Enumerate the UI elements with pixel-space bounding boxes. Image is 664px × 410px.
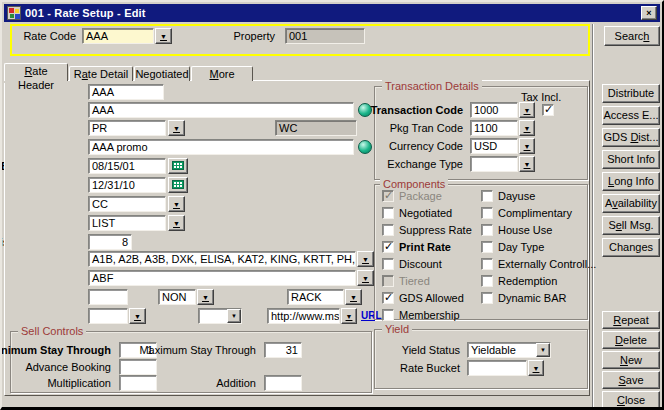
new-button[interactable]: New	[602, 351, 660, 369]
negotiated-checkbox[interactable]	[382, 207, 394, 219]
save-button[interactable]: Save	[602, 371, 660, 389]
rate-code-top-field[interactable]: AAA	[82, 28, 154, 44]
code-lov-button[interactable]: ▼	[197, 289, 214, 305]
source-lov-button[interactable]: ▼	[168, 215, 185, 231]
changes-button[interactable]: Changes	[602, 238, 660, 257]
addition-field[interactable]	[264, 375, 302, 391]
house-use-checkbox[interactable]	[481, 224, 493, 236]
pkg-tran-code-lov-button[interactable]: ▼	[519, 120, 535, 136]
room-types-lov-button[interactable]: ▼	[357, 251, 374, 267]
transaction-details-title: Transaction Details	[382, 80, 482, 92]
tab-rate-detail[interactable]: Rate Detail	[69, 66, 133, 81]
search-button[interactable]: Search	[604, 26, 660, 46]
begin-sell-date-field[interactable]: 08/15/01	[88, 158, 166, 174]
gds-distribution-button[interactable]: GDS Dist...	[602, 128, 660, 147]
distribute-button[interactable]: Distribute	[602, 84, 660, 103]
code-field[interactable]: NON	[158, 289, 196, 305]
repeat-button[interactable]: Repeat	[602, 311, 660, 329]
tab-rate-header[interactable]: Rate Header	[4, 63, 68, 81]
description-field[interactable]: AAA	[88, 102, 354, 118]
calendar-icon[interactable]	[168, 177, 188, 193]
membership-checkbox-label: Membership	[399, 309, 460, 322]
dayuse-checkbox[interactable]	[481, 190, 493, 202]
currency-code-label: Currency Code	[389, 140, 463, 153]
membership-checkbox[interactable]	[382, 309, 394, 321]
yield-group	[374, 329, 588, 389]
source-field[interactable]: LIST	[88, 215, 166, 231]
advance-booking-field[interactable]	[119, 359, 157, 375]
room-types-field[interactable]: A1B, A2B, A3B, DXK, ELISA, KAT2, KING, K…	[88, 251, 356, 267]
externally-controlled-checkbox[interactable]	[481, 258, 493, 270]
discount-checkbox[interactable]	[382, 258, 394, 270]
display-sequence-field[interactable]: 8	[88, 234, 132, 250]
market-lov-button[interactable]: ▼	[168, 196, 185, 212]
package-lov-button[interactable]: ▼	[357, 270, 374, 286]
rate-bucket-field[interactable]	[467, 360, 527, 376]
market-field[interactable]: CC	[88, 196, 166, 212]
addition-label: Addition	[216, 377, 256, 390]
end-sell-date-field[interactable]: 12/31/10	[88, 177, 166, 193]
redemption-checkbox-label: Redemption	[498, 275, 557, 288]
rate-level-combobox[interactable]: ▼	[198, 308, 242, 324]
rate-group-field[interactable]	[88, 308, 128, 324]
close-button[interactable]: Close	[602, 391, 660, 409]
max-stay-label: Maximum Stay Through	[139, 344, 256, 357]
transaction-code-field[interactable]: 1000	[470, 102, 518, 118]
gds-allowed-checkbox[interactable]	[382, 292, 394, 304]
advance-booking-label: Advance Booking	[25, 361, 111, 374]
dynamic-bar-checkbox[interactable]	[481, 292, 493, 304]
pkg-tran-code-field[interactable]: 1100	[470, 120, 518, 136]
property-field: 001	[285, 28, 365, 44]
suppress-rate-checkbox[interactable]	[382, 224, 394, 236]
rate-code-field[interactable]: AAA	[88, 84, 164, 100]
sell-controls-title: Sell Controls	[18, 325, 86, 337]
info-url-lov-button[interactable]: ▼	[341, 308, 357, 324]
rate-bucket-lov-button[interactable]: ▼	[528, 360, 544, 376]
negotiated-checkbox-label: Negotiated	[399, 207, 452, 220]
display-set-lov-button[interactable]: ▼	[345, 289, 362, 305]
currency-code-field[interactable]: USD	[470, 138, 518, 154]
yield-status-combobox[interactable]: Yieldable▼	[467, 342, 551, 358]
dynamic-bar-checkbox-label: Dynamic BAR	[498, 292, 566, 305]
chevron-down-icon[interactable]: ▼	[536, 343, 550, 357]
complimentary-checkbox[interactable]	[481, 207, 493, 219]
tab-more[interactable]: More	[191, 66, 253, 81]
tax-incl-checkbox[interactable]	[542, 104, 554, 116]
complimentary-checkbox-label: Complimentary	[498, 207, 572, 220]
tab-negotiated[interactable]: Negotiated	[134, 66, 190, 81]
print-rate-checkbox[interactable]	[382, 241, 394, 253]
commission-field[interactable]	[88, 289, 128, 305]
short-info-button[interactable]: Short Info	[602, 150, 660, 169]
exchange-type-field[interactable]	[470, 156, 518, 172]
calendar-icon[interactable]	[168, 158, 188, 174]
access-exceptions-button[interactable]: Access E...	[602, 106, 660, 125]
title-bar: 001 - Rate Setup - Edit ×	[4, 4, 660, 22]
info-url-field[interactable]: http://www.ms	[267, 308, 340, 324]
rate-group-lov-button[interactable]: ▼	[129, 308, 146, 324]
day-type-checkbox-label: Day Type	[498, 241, 544, 254]
max-stay-field[interactable]: 31	[264, 342, 302, 358]
long-info-button[interactable]: Long Info	[602, 172, 660, 191]
multiplication-field[interactable]	[119, 375, 157, 391]
chevron-down-icon[interactable]: ▼	[227, 309, 241, 323]
exchange-type-lov-button[interactable]: ▼	[519, 156, 535, 172]
currency-code-lov-button[interactable]: ▼	[519, 138, 535, 154]
day-type-checkbox[interactable]	[481, 241, 493, 253]
rate-category-field[interactable]: PR	[88, 120, 166, 136]
property-label: Property	[233, 30, 275, 43]
min-stay-label: Minimum Stay Through	[0, 344, 111, 357]
package-checkbox	[382, 190, 394, 202]
rate-bucket-label: Rate Bucket	[400, 362, 460, 375]
folio-text-field[interactable]: AAA promo	[88, 139, 354, 155]
redemption-checkbox[interactable]	[481, 275, 493, 287]
delete-button[interactable]: Delete	[602, 331, 660, 349]
rate-category-lov-button[interactable]: ▼	[168, 120, 185, 136]
sell-msg-button[interactable]: Sell Msg.	[602, 216, 660, 235]
package-field[interactable]: ABF	[88, 270, 356, 286]
rate-code-top-lov-button[interactable]: ▼	[155, 28, 172, 44]
display-set-field[interactable]: RACK	[287, 289, 344, 305]
multi-language-icon[interactable]	[358, 140, 372, 154]
transaction-code-lov-button[interactable]: ▼	[519, 102, 535, 118]
close-icon[interactable]: ×	[641, 6, 657, 20]
availability-button[interactable]: Availability	[602, 194, 660, 213]
